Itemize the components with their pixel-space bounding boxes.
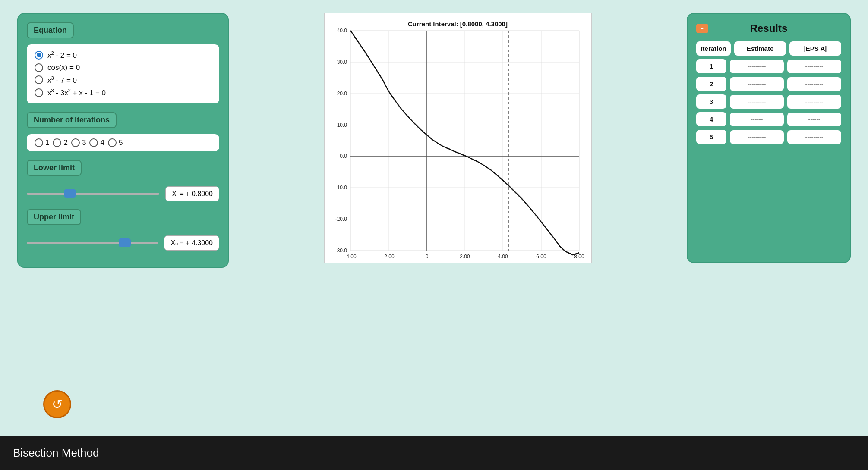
radio-eq3[interactable] (35, 75, 43, 84)
iter-num-2: 2 (696, 77, 726, 91)
reset-icon: ↺ (52, 397, 63, 412)
eq2-label: cos(x) = 0 (47, 63, 80, 72)
svg-text:20.0: 20.0 (337, 91, 347, 97)
result-row-5: 5 --------- --------- (696, 130, 841, 144)
results-column-headers: Iteration Estimate |EPS A| (696, 41, 841, 56)
radio-iter4[interactable] (89, 138, 98, 147)
app-title: Bisection Method (13, 446, 99, 460)
result-row-4: 4 ------ ------ (696, 112, 841, 126)
iterations-label: Number of Iterations (27, 112, 117, 128)
radio-iter2[interactable] (53, 138, 61, 147)
upper-limit-value: Xᵤ = + 4.3000 (164, 235, 219, 251)
lower-slider-track (27, 193, 159, 195)
iter-num-1: 1 (696, 59, 726, 73)
results-table: Iteration Estimate |EPS A| 1 --------- -… (696, 41, 841, 144)
lower-limit-slider[interactable] (27, 188, 159, 199)
eq3-label: x3 - 7 = 0 (47, 75, 77, 85)
iter-eps-3: --------- (787, 95, 841, 109)
lower-limit-value: Xₗ = + 0.8000 (165, 186, 219, 201)
minimize-button[interactable]: - (696, 24, 708, 33)
iter-option-2[interactable]: 2 (53, 138, 67, 147)
chart-svg: 40.0 30.0 20.0 10.0 0.0 -10.0 -20.0 -30.… (325, 13, 592, 263)
iter-eps-5: --------- (787, 130, 841, 144)
iter-estimate-5: --------- (730, 130, 784, 144)
iter-estimate-1: --------- (730, 60, 784, 73)
right-panel: - Results Iteration Estimate |EPS A| 1 -… (687, 13, 851, 263)
equation-option-3[interactable]: x3 - 7 = 0 (35, 75, 211, 85)
lower-limit-label: Lower limit (27, 160, 82, 176)
radio-eq2[interactable] (35, 63, 43, 72)
radio-eq1[interactable] (35, 51, 43, 60)
upper-limit-section: Upper limit Xᵤ = + 4.3000 (27, 209, 219, 251)
bottom-bar: Bisection Method (0, 436, 868, 470)
reset-button[interactable]: ↺ (43, 390, 71, 418)
svg-text:0.0: 0.0 (340, 153, 347, 159)
radio-iter5[interactable] (108, 138, 117, 147)
equation-option-2[interactable]: cos(x) = 0 (35, 63, 211, 72)
results-title: Results (750, 22, 788, 34)
iter-eps-1: --------- (787, 60, 841, 73)
iter-num-4: 4 (696, 112, 726, 126)
result-row-3: 3 --------- --------- (696, 94, 841, 109)
iter-estimate-3: --------- (730, 95, 784, 109)
svg-text:-10.0: -10.0 (335, 185, 347, 191)
svg-text:-30.0: -30.0 (335, 248, 347, 254)
svg-text:10.0: 10.0 (337, 122, 347, 128)
upper-slider-track (27, 242, 158, 244)
svg-text:6.00: 6.00 (536, 254, 546, 260)
col-eps-header: |EPS A| (789, 41, 841, 56)
iter-option-5[interactable]: 5 (108, 138, 123, 147)
iter-num-3: 3 (696, 94, 726, 109)
svg-text:0: 0 (425, 254, 428, 260)
equation-label: Equation (27, 22, 74, 38)
iter-num-5: 5 (696, 130, 726, 144)
result-row-2: 2 --------- --------- (696, 77, 841, 91)
upper-limit-row: Xᵤ = + 4.3000 (27, 235, 219, 251)
svg-text:-20.0: -20.0 (335, 216, 347, 222)
upper-limit-label: Upper limit (27, 209, 81, 225)
col-estimate-header: Estimate (734, 41, 786, 56)
svg-text:-4.00: -4.00 (344, 254, 357, 260)
chart-container: Current Interval: [0.8000, 4.3000] (324, 13, 592, 263)
radio-iter3[interactable] (71, 138, 80, 147)
radio-eq4[interactable] (35, 88, 43, 97)
iterations-box: 1 2 3 4 5 (27, 134, 219, 151)
equation-option-1[interactable]: x2 - 2 = 0 (35, 50, 211, 60)
left-panel: Equation x2 - 2 = 0 cos(x) = 0 x3 - 7 = … (17, 13, 229, 268)
svg-text:8.00: 8.00 (574, 254, 584, 260)
eq4-label: x3 - 3x2 + x - 1 = 0 (47, 88, 106, 97)
svg-text:4.00: 4.00 (498, 254, 508, 260)
equation-option-4[interactable]: x3 - 3x2 + x - 1 = 0 (35, 88, 211, 97)
svg-text:-2.00: -2.00 (382, 254, 395, 260)
iter-estimate-2: --------- (730, 77, 784, 91)
col-iteration-header: Iteration (696, 41, 731, 56)
lower-limit-section: Lower limit Xₗ = + 0.8000 (27, 160, 219, 201)
iter-eps-2: --------- (787, 77, 841, 91)
radio-iter1[interactable] (35, 138, 43, 147)
upper-limit-slider[interactable] (27, 238, 158, 248)
svg-text:40.0: 40.0 (337, 28, 347, 34)
results-header: - Results (696, 22, 841, 34)
iter-option-1[interactable]: 1 (35, 138, 49, 147)
iter-estimate-4: ------ (730, 113, 784, 126)
result-row-1: 1 --------- --------- (696, 59, 841, 73)
svg-text:30.0: 30.0 (337, 59, 347, 65)
iter-option-3[interactable]: 3 (71, 138, 86, 147)
iter-eps-4: ------ (787, 113, 841, 126)
upper-slider-thumb[interactable] (119, 238, 131, 247)
eq1-label: x2 - 2 = 0 (47, 50, 77, 60)
lower-limit-row: Xₗ = + 0.8000 (27, 186, 219, 201)
chart-area: Current Interval: [0.8000, 4.3000] (242, 13, 674, 263)
lower-slider-thumb[interactable] (64, 189, 76, 198)
equation-box: x2 - 2 = 0 cos(x) = 0 x3 - 7 = 0 x3 - 3x… (27, 44, 219, 103)
iter-option-4[interactable]: 4 (89, 138, 104, 147)
svg-text:2.00: 2.00 (460, 254, 470, 260)
